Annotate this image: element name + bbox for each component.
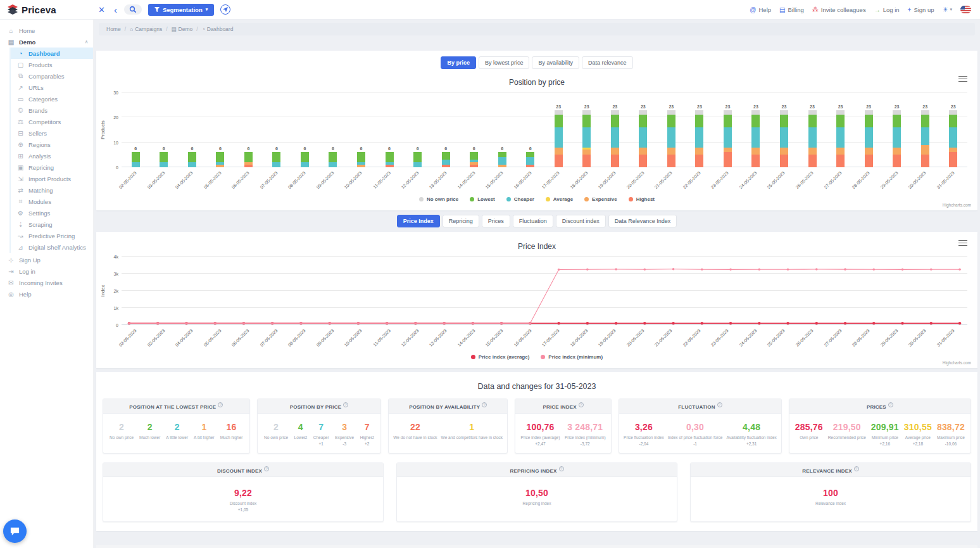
header-link-invite-colleagues[interactable]: ⁂Invite colleagues — [812, 6, 866, 13]
data-point[interactable] — [672, 322, 674, 324]
breadcrumb-item-demo[interactable]: ▤Demo — [172, 26, 193, 32]
chart-context-menu-icon[interactable] — [958, 74, 967, 84]
theme-toggle[interactable]: ☀ ▾ — [943, 6, 952, 14]
data-point[interactable] — [643, 322, 646, 324]
data-point[interactable] — [844, 268, 846, 271]
data-point[interactable] — [242, 322, 245, 325]
data-point[interactable] — [872, 268, 875, 271]
data-point[interactable] — [786, 322, 789, 324]
data-point[interactable] — [472, 322, 474, 325]
highcharts-credit[interactable]: Highcharts.com — [96, 203, 977, 209]
sidebar-item-urls[interactable]: ↗URLs — [11, 82, 93, 93]
sidebar-item-dashboard[interactable]: ◔Dashboard — [11, 48, 93, 59]
stacked-bar[interactable] — [413, 152, 422, 167]
data-point[interactable] — [930, 268, 933, 271]
stacked-bar[interactable] — [188, 152, 196, 167]
help-tooltip-icon[interactable]: ? — [888, 402, 893, 407]
data-point[interactable] — [729, 269, 732, 271]
tab-by-price[interactable]: By price — [441, 56, 476, 69]
stacked-bar[interactable] — [357, 152, 365, 167]
collapse-icon[interactable]: ∧ — [85, 39, 88, 44]
search-button[interactable] — [124, 4, 142, 15]
stacked-bar[interactable] — [470, 152, 478, 167]
data-point[interactable] — [815, 268, 818, 271]
data-point[interactable] — [815, 322, 818, 324]
sidebar-item-help[interactable]: ◎Help — [0, 288, 93, 300]
data-point[interactable] — [872, 322, 875, 324]
help-tooltip-icon[interactable]: ? — [343, 402, 348, 407]
breadcrumb-item-campaigns[interactable]: ⌂Campaigns — [130, 26, 162, 32]
stacked-bar[interactable] — [808, 110, 817, 167]
stacked-bar[interactable] — [724, 110, 732, 167]
data-point[interactable] — [500, 322, 503, 325]
sidebar-item-sign-up[interactable]: ⊹Sign Up — [0, 254, 93, 265]
data-point[interactable] — [844, 322, 846, 324]
stacked-bar[interactable] — [132, 152, 140, 167]
data-point[interactable] — [300, 322, 303, 325]
priceva-logo[interactable]: Priceva — [0, 3, 94, 16]
stacked-bar[interactable] — [836, 110, 845, 167]
stacked-bar[interactable] — [949, 110, 957, 167]
data-point[interactable] — [586, 268, 589, 271]
sidebar-item-import-products[interactable]: ⇲Import Products — [11, 173, 93, 184]
segmentation-button[interactable]: Segmentation ▾ — [148, 4, 214, 16]
data-point[interactable] — [156, 322, 159, 325]
data-point[interactable] — [558, 269, 560, 271]
sidebar-item-regions[interactable]: ⊕Regions — [11, 139, 93, 150]
sidebar-item-settings[interactable]: ⚙Settings — [11, 207, 93, 219]
stacked-bar[interactable] — [216, 152, 224, 167]
header-link-log-in[interactable]: →Log in — [874, 6, 900, 13]
legend-item-highest[interactable]: Highest — [629, 196, 655, 202]
sidebar-item-competitors[interactable]: ⚖Competitors — [11, 116, 93, 127]
highcharts-credit[interactable]: Highcharts.com — [96, 360, 977, 367]
sidebar-item-incoming-invites[interactable]: ✉Incoming Invites — [0, 277, 93, 288]
sidebar-item-scraping[interactable]: ⇣Scraping — [11, 219, 93, 230]
data-point[interactable] — [529, 322, 532, 325]
legend-item-expensive[interactable]: Expensive — [584, 196, 617, 202]
close-icon[interactable]: ✕ — [98, 5, 105, 15]
data-point[interactable] — [615, 322, 617, 324]
tab-by-lowest-price[interactable]: By lowest price — [479, 56, 530, 69]
tab-discount-index[interactable]: Discount index — [556, 215, 606, 227]
back-icon[interactable]: ‹ — [114, 4, 117, 15]
breadcrumb-item-home[interactable]: Home — [106, 26, 121, 32]
data-point[interactable] — [443, 322, 446, 325]
data-point[interactable] — [758, 322, 760, 324]
data-point[interactable] — [901, 322, 903, 324]
tab-by-availability[interactable]: By availability — [532, 56, 579, 69]
stacked-bar[interactable] — [244, 152, 253, 167]
stacked-bar[interactable] — [272, 152, 280, 167]
stacked-bar[interactable] — [329, 152, 337, 167]
stacked-bar[interactable] — [611, 110, 619, 167]
data-point[interactable] — [386, 322, 388, 325]
data-point[interactable] — [644, 268, 646, 271]
data-point[interactable] — [672, 268, 675, 271]
sidebar-item-repricing[interactable]: ▣Repricing — [11, 162, 93, 173]
stacked-bar[interactable] — [386, 152, 394, 167]
legend-item-average[interactable]: Average — [546, 196, 573, 202]
data-point[interactable] — [729, 322, 732, 324]
data-point[interactable] — [214, 322, 217, 325]
stacked-bar[interactable] — [498, 152, 506, 167]
sidebar-item-log-in[interactable]: ⇥Log in — [0, 265, 93, 277]
stacked-bar[interactable] — [160, 152, 168, 167]
sidebar-item-products[interactable]: ▢Products — [11, 59, 93, 70]
tab-data-relevance[interactable]: Data relevance — [582, 56, 633, 69]
stacked-bar[interactable] — [555, 110, 563, 167]
data-point[interactable] — [930, 322, 933, 324]
legend-item-cheaper[interactable]: Cheaper — [506, 196, 534, 202]
header-link-sign-up[interactable]: +Sign up — [908, 6, 934, 13]
data-point[interactable] — [787, 269, 789, 271]
chart-context-menu-icon[interactable] — [958, 238, 967, 248]
data-point[interactable] — [901, 269, 904, 271]
data-point[interactable] — [271, 322, 273, 325]
data-point[interactable] — [329, 322, 331, 325]
sidebar-item-analysis[interactable]: ⊞Analysis — [11, 150, 93, 162]
sidebar-item-sellers[interactable]: ⊟Sellers — [11, 127, 93, 139]
data-point[interactable] — [185, 322, 188, 325]
breadcrumb-item-dashboard[interactable]: ◔Dashboard — [202, 26, 234, 32]
tab-prices[interactable]: Prices — [482, 215, 510, 227]
stacked-bar[interactable] — [667, 110, 675, 167]
tab-repricing[interactable]: Repricing — [443, 215, 479, 227]
data-point[interactable] — [701, 322, 703, 324]
